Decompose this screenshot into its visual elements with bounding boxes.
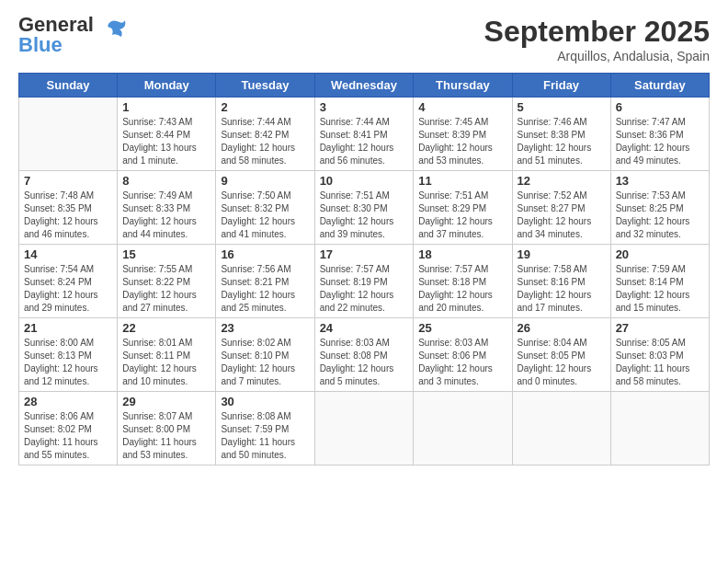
day-info: Sunrise: 7:53 AM Sunset: 8:25 PM Dayligh… xyxy=(616,190,704,241)
calendar-cell: 27Sunrise: 8:05 AM Sunset: 8:03 PM Dayli… xyxy=(610,318,709,392)
day-info: Sunrise: 7:49 AM Sunset: 8:33 PM Dayligh… xyxy=(122,190,210,241)
calendar-cell: 11Sunrise: 7:51 AM Sunset: 8:29 PM Dayli… xyxy=(414,171,512,245)
day-number: 23 xyxy=(221,321,309,335)
week-row-1: 7Sunrise: 7:48 AM Sunset: 8:35 PM Daylig… xyxy=(19,171,710,245)
calendar-cell: 20Sunrise: 7:59 AM Sunset: 8:14 PM Dayli… xyxy=(610,245,709,318)
day-number: 14 xyxy=(24,247,112,261)
day-number: 10 xyxy=(320,174,409,188)
day-number: 22 xyxy=(122,321,210,335)
calendar-cell: 25Sunrise: 8:03 AM Sunset: 8:06 PM Dayli… xyxy=(414,318,512,392)
day-info: Sunrise: 8:07 AM Sunset: 8:00 PM Dayligh… xyxy=(122,410,210,462)
logo-bird-icon xyxy=(101,15,131,48)
calendar-cell: 3Sunrise: 7:44 AM Sunset: 8:41 PM Daylig… xyxy=(314,98,414,171)
calendar-cell: 21Sunrise: 8:00 AM Sunset: 8:13 PM Dayli… xyxy=(19,318,118,392)
day-info: Sunrise: 8:05 AM Sunset: 8:03 PM Dayligh… xyxy=(616,337,704,388)
calendar-cell: 26Sunrise: 8:04 AM Sunset: 8:05 PM Dayli… xyxy=(512,318,610,392)
weekday-header-friday: Friday xyxy=(512,74,610,98)
calendar-cell: 13Sunrise: 7:53 AM Sunset: 8:25 PM Dayli… xyxy=(610,171,709,245)
calendar-cell: 30Sunrise: 8:08 AM Sunset: 7:59 PM Dayli… xyxy=(216,392,314,465)
day-info: Sunrise: 8:08 AM Sunset: 7:59 PM Dayligh… xyxy=(221,410,309,462)
calendar-cell: 8Sunrise: 7:49 AM Sunset: 8:33 PM Daylig… xyxy=(118,171,216,245)
day-info: Sunrise: 7:48 AM Sunset: 8:35 PM Dayligh… xyxy=(24,190,112,241)
day-number: 17 xyxy=(320,247,409,261)
calendar-cell: 28Sunrise: 8:06 AM Sunset: 8:02 PM Dayli… xyxy=(19,392,118,465)
day-info: Sunrise: 7:52 AM Sunset: 8:27 PM Dayligh… xyxy=(518,190,606,241)
calendar-cell: 9Sunrise: 7:50 AM Sunset: 8:32 PM Daylig… xyxy=(216,171,314,245)
calendar-cell: 1Sunrise: 7:43 AM Sunset: 8:44 PM Daylig… xyxy=(118,98,216,171)
day-number: 24 xyxy=(320,321,409,335)
calendar-cell: 24Sunrise: 8:03 AM Sunset: 8:08 PM Dayli… xyxy=(314,318,414,392)
day-info: Sunrise: 7:51 AM Sunset: 8:30 PM Dayligh… xyxy=(320,190,409,241)
day-number: 25 xyxy=(418,321,506,335)
title-block: September 2025 Arquillos, Andalusia, Spa… xyxy=(484,15,710,63)
day-info: Sunrise: 7:58 AM Sunset: 8:16 PM Dayligh… xyxy=(518,263,606,315)
logo-general: General xyxy=(18,15,94,35)
calendar-cell: 22Sunrise: 8:01 AM Sunset: 8:11 PM Dayli… xyxy=(118,318,216,392)
day-number: 2 xyxy=(221,100,309,114)
day-info: Sunrise: 7:47 AM Sunset: 8:36 PM Dayligh… xyxy=(616,116,704,167)
weekday-header-saturday: Saturday xyxy=(610,74,709,98)
calendar-cell: 14Sunrise: 7:54 AM Sunset: 8:24 PM Dayli… xyxy=(19,245,118,318)
calendar-cell: 29Sunrise: 8:07 AM Sunset: 8:00 PM Dayli… xyxy=(118,392,216,465)
calendar-cell: 12Sunrise: 7:52 AM Sunset: 8:27 PM Dayli… xyxy=(512,171,610,245)
weekday-header-row: SundayMondayTuesdayWednesdayThursdayFrid… xyxy=(19,74,710,98)
day-info: Sunrise: 7:57 AM Sunset: 8:19 PM Dayligh… xyxy=(320,263,409,315)
day-info: Sunrise: 7:56 AM Sunset: 8:21 PM Dayligh… xyxy=(221,263,309,315)
day-number: 6 xyxy=(616,100,704,114)
day-info: Sunrise: 7:51 AM Sunset: 8:29 PM Dayligh… xyxy=(418,190,506,241)
day-number: 16 xyxy=(221,247,309,261)
calendar-cell: 6Sunrise: 7:47 AM Sunset: 8:36 PM Daylig… xyxy=(610,98,709,171)
day-info: Sunrise: 7:43 AM Sunset: 8:44 PM Dayligh… xyxy=(122,116,210,167)
calendar-cell: 2Sunrise: 7:44 AM Sunset: 8:42 PM Daylig… xyxy=(216,98,314,171)
day-info: Sunrise: 7:46 AM Sunset: 8:38 PM Dayligh… xyxy=(518,116,606,167)
day-number: 4 xyxy=(418,100,506,114)
day-number: 11 xyxy=(418,174,506,188)
day-number: 5 xyxy=(518,100,606,114)
day-info: Sunrise: 8:04 AM Sunset: 8:05 PM Dayligh… xyxy=(518,337,606,388)
day-info: Sunrise: 7:50 AM Sunset: 8:32 PM Dayligh… xyxy=(221,190,309,241)
day-number: 3 xyxy=(320,100,409,114)
calendar-cell: 16Sunrise: 7:56 AM Sunset: 8:21 PM Dayli… xyxy=(216,245,314,318)
calendar-cell: 4Sunrise: 7:45 AM Sunset: 8:39 PM Daylig… xyxy=(414,98,512,171)
weekday-header-tuesday: Tuesday xyxy=(216,74,314,98)
day-info: Sunrise: 7:54 AM Sunset: 8:24 PM Dayligh… xyxy=(24,263,112,315)
day-info: Sunrise: 8:06 AM Sunset: 8:02 PM Dayligh… xyxy=(24,410,112,462)
day-info: Sunrise: 7:57 AM Sunset: 8:18 PM Dayligh… xyxy=(418,263,506,315)
day-number: 19 xyxy=(518,247,606,261)
day-info: Sunrise: 8:03 AM Sunset: 8:06 PM Dayligh… xyxy=(418,337,506,388)
header: General Blue September 2025 Arquillos, A… xyxy=(18,15,710,63)
logo-blue: Blue xyxy=(18,35,94,55)
weekday-header-monday: Monday xyxy=(118,74,216,98)
day-number: 15 xyxy=(122,247,210,261)
calendar-cell: 19Sunrise: 7:58 AM Sunset: 8:16 PM Dayli… xyxy=(512,245,610,318)
week-row-3: 21Sunrise: 8:00 AM Sunset: 8:13 PM Dayli… xyxy=(19,318,710,392)
day-info: Sunrise: 7:44 AM Sunset: 8:41 PM Dayligh… xyxy=(320,116,409,167)
calendar-cell: 18Sunrise: 7:57 AM Sunset: 8:18 PM Dayli… xyxy=(414,245,512,318)
calendar-cell: 7Sunrise: 7:48 AM Sunset: 8:35 PM Daylig… xyxy=(19,171,118,245)
calendar-cell: 5Sunrise: 7:46 AM Sunset: 8:38 PM Daylig… xyxy=(512,98,610,171)
month-title: September 2025 xyxy=(484,15,710,49)
weekday-header-sunday: Sunday xyxy=(19,74,118,98)
day-number: 1 xyxy=(122,100,210,114)
day-info: Sunrise: 8:01 AM Sunset: 8:11 PM Dayligh… xyxy=(122,337,210,388)
day-number: 9 xyxy=(221,174,309,188)
day-number: 29 xyxy=(122,395,210,408)
day-info: Sunrise: 7:45 AM Sunset: 8:39 PM Dayligh… xyxy=(418,116,506,167)
calendar-cell xyxy=(414,392,512,465)
page: General Blue September 2025 Arquillos, A… xyxy=(0,0,728,563)
calendar-cell xyxy=(19,98,118,171)
calendar-cell: 15Sunrise: 7:55 AM Sunset: 8:22 PM Dayli… xyxy=(118,245,216,318)
weekday-header-wednesday: Wednesday xyxy=(314,74,414,98)
day-number: 30 xyxy=(221,395,309,408)
day-number: 7 xyxy=(24,174,112,188)
calendar: SundayMondayTuesdayWednesdayThursdayFrid… xyxy=(18,73,710,465)
day-number: 8 xyxy=(122,174,210,188)
week-row-2: 14Sunrise: 7:54 AM Sunset: 8:24 PM Dayli… xyxy=(19,245,710,318)
day-info: Sunrise: 8:00 AM Sunset: 8:13 PM Dayligh… xyxy=(24,337,112,388)
calendar-cell xyxy=(610,392,709,465)
day-number: 26 xyxy=(518,321,606,335)
location: Arquillos, Andalusia, Spain xyxy=(484,49,710,63)
day-number: 21 xyxy=(24,321,112,335)
day-info: Sunrise: 7:55 AM Sunset: 8:22 PM Dayligh… xyxy=(122,263,210,315)
week-row-4: 28Sunrise: 8:06 AM Sunset: 8:02 PM Dayli… xyxy=(19,392,710,465)
